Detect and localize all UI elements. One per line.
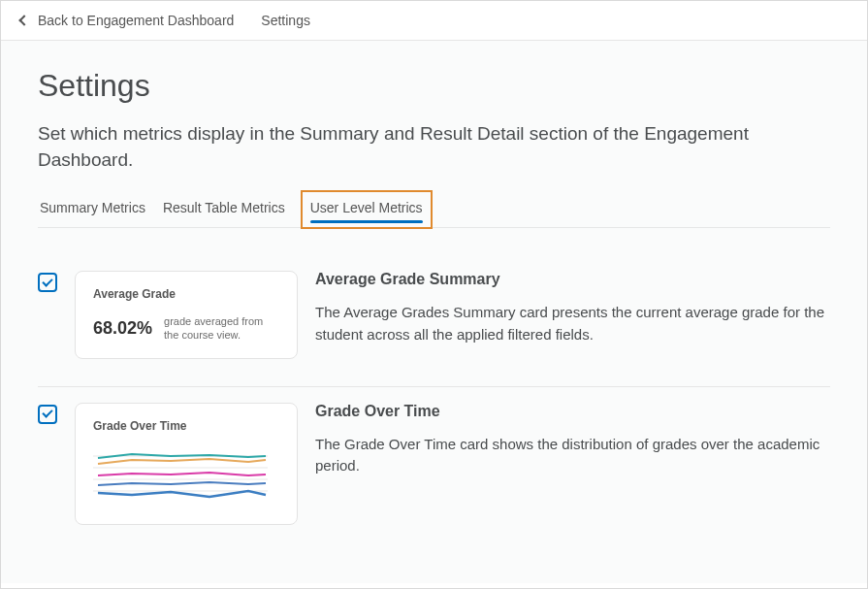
sparkline-chart-icon <box>93 446 268 505</box>
checkmark-icon <box>42 408 52 418</box>
content-area: Settings Set which metrics display in th… <box>1 41 867 583</box>
preview-card-title: Grade Over Time <box>93 419 279 433</box>
checkbox-grade-over-time[interactable] <box>38 405 57 424</box>
preview-card-body: 68.02% grade averaged from the course vi… <box>93 314 279 343</box>
setting-text: Average Grade Summary The Average Grades… <box>315 271 830 345</box>
page-title: Settings <box>38 68 830 104</box>
setting-text: Grade Over Time The Grade Over Time card… <box>315 403 830 477</box>
checkbox-average-grade[interactable] <box>38 273 57 292</box>
setting-row-grade-over-time: Grade Over Time Grade Over Time The Grad… <box>38 387 830 552</box>
preview-card-grade-over-time: Grade Over Time <box>75 403 298 525</box>
setting-description: The Grade Over Time card shows the distr… <box>315 434 830 477</box>
preview-desc: grade averaged from the course view. <box>164 314 279 343</box>
setting-title: Average Grade Summary <box>315 271 830 288</box>
tab-summary-metrics[interactable]: Summary Metrics <box>38 194 147 227</box>
top-bar: Back to Engagement Dashboard Settings <box>1 1 867 41</box>
tab-highlight-box: User Level Metrics <box>301 190 433 229</box>
preview-card-average-grade: Average Grade 68.02% grade averaged from… <box>75 271 298 359</box>
preview-card-title: Average Grade <box>93 287 279 301</box>
setting-row-average-grade: Average Grade 68.02% grade averaged from… <box>38 255 830 387</box>
tab-result-table-metrics[interactable]: Result Table Metrics <box>161 194 287 227</box>
tab-user-level-metrics[interactable]: User Level Metrics <box>308 194 425 223</box>
page-description: Set which metrics display in the Summary… <box>38 121 804 173</box>
back-link-label: Back to Engagement Dashboard <box>38 13 234 28</box>
back-to-dashboard-link[interactable]: Back to Engagement Dashboard <box>20 13 234 28</box>
setting-description: The Average Grades Summary card presents… <box>315 302 830 345</box>
chevron-left-icon <box>18 15 29 25</box>
preview-value: 68.02% <box>93 318 152 339</box>
setting-title: Grade Over Time <box>315 403 830 420</box>
breadcrumb-current: Settings <box>261 13 310 28</box>
tabs: Summary Metrics Result Table Metrics Use… <box>38 194 830 228</box>
checkmark-icon <box>42 276 52 286</box>
